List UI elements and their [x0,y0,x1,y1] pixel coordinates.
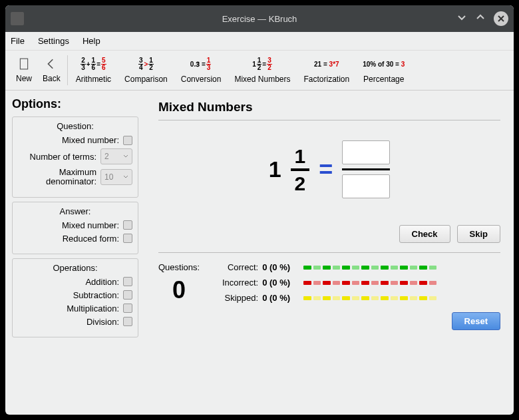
maxden-value: 10 [104,172,113,182]
tab-arithmetic-label: Arithmetic [76,75,111,84]
stats-rows: Correct: 0 (0 %) Incorrect: 0 (0 %) [212,262,436,304]
toolbar-separator [67,55,68,85]
tab-percentage-label: Percentage [363,75,404,84]
app-icon [11,12,24,25]
mixed-number-label: Mixed number: [18,135,119,145]
chevron-down-icon[interactable] [456,12,467,25]
subtraction-label: Subtraction: [18,290,119,300]
panel-question: Question: Mixed number: Number of terms:… [12,116,138,198]
correct-progress [303,266,436,270]
operations-heading: Operations: [18,263,132,273]
questions-count: 0 [158,276,200,304]
skipped-label: Skipped: [212,293,258,303]
back-icon [45,58,57,70]
incorrect-label: Incorrect: [212,278,258,288]
tab-conversion-label: Conversion [181,75,222,84]
chevron-up-icon[interactable] [475,12,486,25]
denominator-input[interactable] [342,174,390,198]
comparison-preview: 34 > 12 [138,57,154,72]
terms-value: 2 [104,152,109,161]
chevron-down-icon [123,174,128,180]
action-buttons: Check Skip [158,225,500,243]
tab-conversion[interactable]: 0.3̄ = 13 Conversion [174,52,228,89]
terms-label: Number of terms: [18,152,96,162]
answer-inputs [342,140,390,198]
stats: Questions: 0 Correct: 0 (0 %) Incorrect:… [158,262,500,304]
reset-row: Reset [158,312,500,330]
division-checkbox[interactable] [123,317,132,326]
numerator: 1 [291,145,310,167]
answer-heading: Answer: [18,206,132,216]
menu-help[interactable]: Help [83,36,100,46]
close-icon[interactable] [494,11,508,26]
tab-percentage[interactable]: 10% of 30 = 3 Percentage [356,52,411,89]
factorization-preview: 21 = 3*7 [314,57,339,72]
window-title: Exercise — KBruch [222,14,297,24]
chevron-down-icon [123,154,128,159]
panel-operations: Operations: Addition: Subtraction: Multi… [12,258,138,337]
multiplication-checkbox[interactable] [123,304,132,313]
answer-mixed-checkbox[interactable] [123,220,132,230]
whole-number: 1 [269,156,281,182]
divider [158,252,500,253]
addition-label: Addition: [18,277,119,287]
equals-sign: = [319,156,333,184]
document-icon [18,58,30,70]
tab-comparison[interactable]: 34 > 12 Comparison [118,52,174,89]
incorrect-progress [303,281,436,285]
tab-arithmetic[interactable]: 23 + 16 = 56 Arithmetic [69,52,118,89]
menu-settings[interactable]: Settings [38,36,69,46]
tab-mixed-numbers[interactable]: 1 12 = 32 Mixed Numbers [228,52,297,89]
answer-fraction-bar [342,168,390,170]
percentage-preview: 10% of 30 = 3 [363,57,405,72]
options-heading: Options: [12,97,138,111]
back-button[interactable]: Back [37,52,66,89]
maxden-select[interactable]: 10 [100,169,132,185]
tab-mixed-label: Mixed Numbers [234,75,290,84]
question-heading: Question: [18,121,132,131]
skipped-progress [303,296,436,300]
arithmetic-preview: 23 + 16 = 56 [80,57,106,72]
content: Options: Question: Mixed number: Number … [5,91,514,415]
new-button[interactable]: New [11,52,37,89]
multiplication-label: Multiplication: [18,304,119,314]
svg-rect-0 [20,59,27,69]
skipped-value: 0 (0 %) [262,293,299,303]
denominator: 2 [291,172,310,194]
page-title: Mixed Numbers [158,100,500,114]
panel-answer: Answer: Mixed number: Reduced form: [12,202,138,254]
subtraction-checkbox[interactable] [123,290,132,300]
toolbar: New Back 23 + 16 = 56 Arithmetic 34 > 12… [5,51,514,91]
numerator-input[interactable] [342,140,390,164]
question-area: 1 1 2 = [158,140,500,198]
questions-counter: Questions: 0 [158,262,200,304]
reduced-checkbox[interactable] [123,234,132,243]
skip-button[interactable]: Skip [457,225,500,243]
division-label: Division: [18,317,119,327]
menu-file[interactable]: File [11,36,25,46]
tab-factorization-label: Factorization [303,75,349,84]
reset-button[interactable]: Reset [452,312,500,330]
menubar: File Settings Help [5,32,514,51]
window-controls [456,11,508,26]
tab-comparison-label: Comparison [124,75,168,84]
answer-mixed-label: Mixed number: [18,220,119,230]
check-button[interactable]: Check [399,225,450,243]
correct-label: Correct: [212,262,258,272]
correct-value: 0 (0 %) [262,262,299,272]
questions-label: Questions: [158,262,200,272]
terms-select[interactable]: 2 [100,148,132,164]
tab-factorization[interactable]: 21 = 3*7 Factorization [297,52,356,89]
new-label: New [16,74,32,83]
back-label: Back [43,74,61,83]
addition-checkbox[interactable] [123,277,132,286]
titlebar[interactable]: Exercise — KBruch [5,5,514,32]
app-window: Exercise — KBruch File Settings Help New… [5,5,514,415]
divider [158,120,500,120]
fraction-bar [291,168,310,171]
mixed-number-checkbox[interactable] [123,136,132,145]
mixed-preview: 1 12 = 32 [252,57,273,72]
incorrect-value: 0 (0 %) [262,278,299,288]
sidebar: Options: Question: Mixed number: Number … [5,91,145,415]
main: Mixed Numbers 1 1 2 = Check Skip [145,91,514,415]
